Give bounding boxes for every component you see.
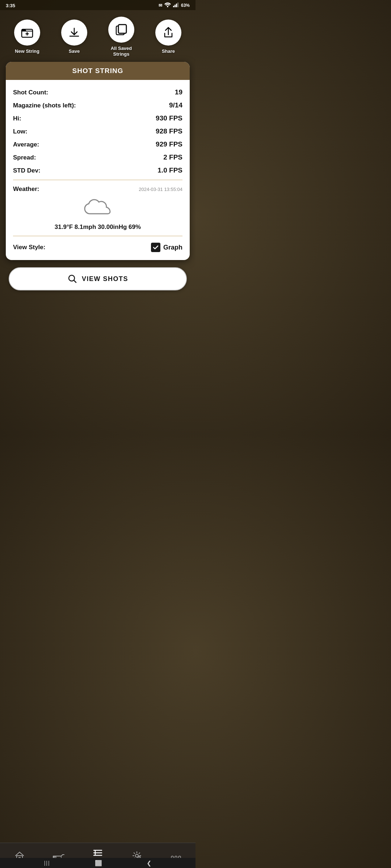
save-icon-circle [61,20,87,46]
view-style-value[interactable]: Graph [151,243,182,252]
weather-row: Weather: 2024-03-31 13:55:04 [13,183,182,194]
stat-average-value: 929 FPS [156,140,182,148]
stat-magazine-label: Magazine (shots left): [13,102,76,109]
view-shots-text: VIEW SHOTS [82,275,128,283]
graph-checkbox[interactable] [151,243,160,252]
svg-rect-4 [177,3,178,7]
stat-average: Average: 929 FPS [13,138,182,151]
battery-icon: 63% [181,3,190,8]
stat-std-dev: STD Dev: 1.0 FPS [13,164,182,177]
weather-icon-area: 31.9°F 8.1mph 30.00inHg 69% [13,194,182,233]
svg-rect-1 [173,6,174,7]
card-header: SHOT STRING [6,62,190,80]
stat-shot-count: Shot Count: 19 [13,86,182,99]
search-icon [67,274,77,284]
stat-shot-count-label: Shot Count: [13,89,48,96]
status-bar: 3:35 ✉ 63% [0,0,196,10]
share-icon-circle [155,20,181,46]
new-string-icon-circle [14,20,40,46]
status-icons: ✉ 63% [159,3,190,8]
stat-average-label: Average: [13,141,39,148]
view-shots-button[interactable]: VIEW SHOTS [9,267,187,290]
svg-rect-9 [118,25,126,33]
new-string-button[interactable]: New String [14,20,40,54]
stat-spread: Spread: 2 FPS [13,151,182,164]
card-body: Shot Count: 19 Magazine (shots left): 9/… [6,80,190,260]
all-saved-strings-button[interactable]: All SavedStrings [108,17,134,57]
cloud-icon [83,198,112,221]
divider-2 [13,236,182,236]
copy-icon [115,23,128,36]
svg-rect-2 [175,5,176,7]
graph-label: Graph [163,244,182,251]
view-style-row: View Style: Graph [13,239,182,254]
mail-icon: ✉ [159,3,162,8]
checkmark-icon [152,244,159,251]
weather-timestamp: 2024-03-31 13:55:04 [139,187,182,192]
download-icon [68,26,81,39]
share-button[interactable]: Share [155,20,181,54]
stat-std-dev-value: 1.0 FPS [157,166,182,174]
stat-spread-label: Spread: [13,154,36,161]
stat-std-dev-label: STD Dev: [13,167,41,174]
share-icon [162,26,175,39]
stat-low-label: Low: [13,128,28,135]
stat-low: Low: 928 FPS [13,125,182,138]
stat-hi-label: Hi: [13,115,21,122]
stat-low-value: 928 FPS [156,127,182,135]
wifi-icon [164,3,171,8]
new-folder-icon [21,26,34,39]
save-label: Save [69,48,80,54]
weather-data: 31.9°F 8.1mph 30.00inHg 69% [55,224,141,231]
weather-label: Weather: [13,186,39,193]
status-time: 3:35 [6,3,15,8]
signal-icon [173,3,179,8]
share-label: Share [162,48,175,54]
all-saved-label: All SavedStrings [111,46,132,57]
svg-rect-3 [176,4,177,7]
view-style-label: View Style: [13,244,45,251]
card-header-text: SHOT STRING [72,67,123,75]
svg-point-0 [167,6,168,7]
stat-shot-count-value: 19 [175,88,182,96]
stat-hi-value: 930 FPS [156,114,182,122]
stat-magazine-value: 9/14 [169,101,182,109]
stat-spread-value: 2 FPS [163,153,182,161]
new-string-label: New String [15,48,39,54]
stat-magazine: Magazine (shots left): 9/14 [13,99,182,112]
divider-1 [13,180,182,180]
all-saved-icon-circle [108,17,134,43]
stat-hi: Hi: 930 FPS [13,112,182,125]
action-bar: New String Save All SavedStrings [0,10,196,62]
main-card: SHOT STRING Shot Count: 19 Magazine (sho… [6,62,190,260]
save-button[interactable]: Save [61,20,87,54]
